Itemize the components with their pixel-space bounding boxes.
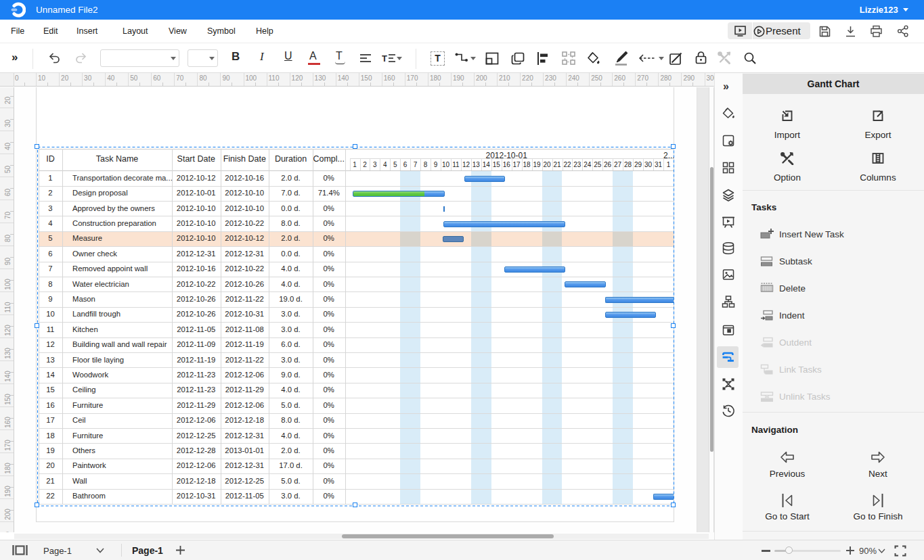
- svg-text:T: T: [382, 53, 387, 63]
